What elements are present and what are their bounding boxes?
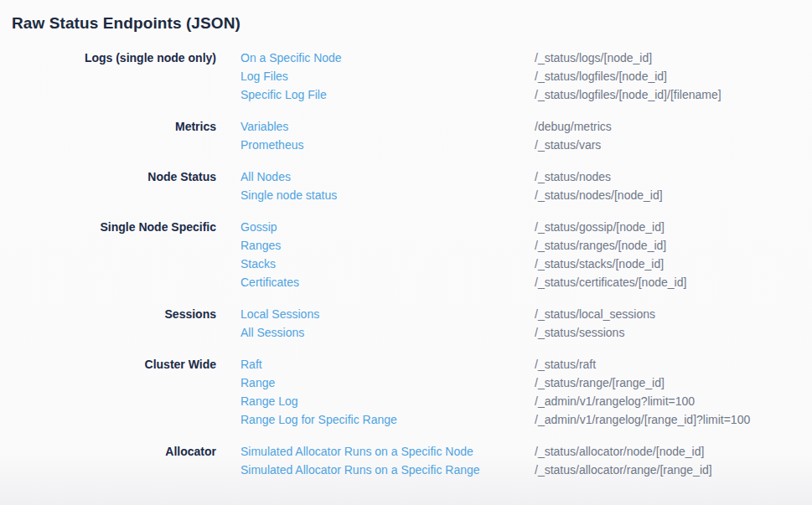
raw-status-endpoints-page: Raw Status Endpoints (JSON) Logs (single… <box>0 0 812 505</box>
section-category-label: Cluster Wide <box>0 355 216 429</box>
section-links: All NodesSingle node status <box>216 167 535 204</box>
endpoint-url: /_admin/v1/rangelog?limit=100 <box>535 392 812 410</box>
endpoint-url: /_status/logfiles/[node_id] <box>535 67 812 85</box>
endpoint-link[interactable]: All Sessions <box>240 323 535 342</box>
endpoint-section: Node Status All NodesSingle node status … <box>0 167 812 204</box>
section-urls: /_status/gossip/[node_id]/_status/ranges… <box>535 218 812 291</box>
section-category-label: Single Node Specific <box>0 218 216 291</box>
endpoint-link[interactable]: Certificates <box>240 273 535 291</box>
endpoint-url: /_admin/v1/rangelog/[range_id]?limit=100 <box>535 410 812 429</box>
endpoint-link[interactable]: Log Files <box>240 67 535 85</box>
section-urls: /_status/nodes/_status/nodes/[node_id] <box>535 167 812 204</box>
endpoint-link[interactable]: Variables <box>240 117 535 136</box>
endpoint-url: /_status/gossip/[node_id] <box>535 218 812 236</box>
endpoint-section: Sessions Local SessionsAll Sessions /_st… <box>0 305 812 342</box>
endpoint-section: Allocator Simulated Allocator Runs on a … <box>0 442 812 479</box>
section-urls: /_status/local_sessions/_status/sessions <box>535 305 812 342</box>
endpoint-url: /_status/range/[range_id] <box>535 374 812 392</box>
endpoint-url: /_status/allocator/node/[node_id] <box>535 442 812 461</box>
endpoint-link[interactable]: Simulated Allocator Runs on a Specific R… <box>240 461 535 479</box>
section-links: GossipRangesStacksCertificates <box>216 218 535 291</box>
section-links: Simulated Allocator Runs on a Specific N… <box>216 442 535 479</box>
endpoint-url: /_status/nodes <box>535 167 812 186</box>
section-category-label: Node Status <box>0 167 216 204</box>
endpoint-section: Metrics VariablesPrometheus /debug/metri… <box>0 117 812 154</box>
endpoints-table: Logs (single node only) On a Specific No… <box>0 49 812 479</box>
endpoint-url: /_status/allocator/range/[range_id] <box>535 461 812 479</box>
endpoint-section: Cluster Wide RaftRangeRange LogRange Log… <box>0 355 812 429</box>
endpoint-section: Logs (single node only) On a Specific No… <box>0 49 812 104</box>
endpoint-link[interactable]: Ranges <box>240 236 535 255</box>
section-category-label: Metrics <box>0 117 216 154</box>
section-links: Local SessionsAll Sessions <box>216 305 535 342</box>
endpoint-link[interactable]: Prometheus <box>240 136 535 154</box>
endpoint-link[interactable]: All Nodes <box>240 167 535 186</box>
endpoint-link[interactable]: Raft <box>240 355 535 374</box>
endpoint-link[interactable]: Single node status <box>240 186 535 204</box>
section-category-label: Sessions <box>0 305 216 342</box>
page-title: Raw Status Endpoints (JSON) <box>0 0 812 35</box>
endpoint-url: /_status/vars <box>535 136 812 154</box>
section-links: RaftRangeRange LogRange Log for Specific… <box>216 355 535 429</box>
section-category-label: Logs (single node only) <box>0 49 216 104</box>
endpoint-url: /_status/logs/[node_id] <box>535 49 812 67</box>
endpoint-link[interactable]: Local Sessions <box>240 305 535 323</box>
section-urls: /_status/logs/[node_id]/_status/logfiles… <box>535 49 812 104</box>
endpoint-url: /_status/nodes/[node_id] <box>535 186 812 204</box>
endpoint-link[interactable]: Range <box>240 374 535 392</box>
endpoint-url: /_status/logfiles/[node_id]/[filename] <box>535 85 812 104</box>
endpoint-url: /_status/certificates/[node_id] <box>535 273 812 291</box>
section-links: VariablesPrometheus <box>216 117 535 154</box>
endpoint-link[interactable]: Stacks <box>240 255 535 273</box>
endpoint-link[interactable]: Gossip <box>240 218 535 236</box>
section-urls: /_status/raft/_status/range/[range_id]/_… <box>535 355 812 429</box>
endpoint-section: Single Node Specific GossipRangesStacksC… <box>0 218 812 291</box>
endpoint-link[interactable]: Range Log <box>240 392 535 410</box>
endpoint-link[interactable]: Simulated Allocator Runs on a Specific N… <box>240 442 535 461</box>
endpoint-link[interactable]: On a Specific Node <box>240 49 535 67</box>
section-urls: /_status/allocator/node/[node_id]/_statu… <box>535 442 812 479</box>
section-links: On a Specific NodeLog FilesSpecific Log … <box>216 49 535 104</box>
endpoint-url: /debug/metrics <box>535 117 812 136</box>
endpoint-url: /_status/raft <box>535 355 812 374</box>
endpoint-url: /_status/ranges/[node_id] <box>535 236 812 255</box>
endpoint-url: /_status/sessions <box>535 323 812 342</box>
section-category-label: Allocator <box>0 442 216 479</box>
endpoint-link[interactable]: Range Log for Specific Range <box>240 410 535 429</box>
endpoint-url: /_status/local_sessions <box>535 305 812 323</box>
section-urls: /debug/metrics/_status/vars <box>535 117 812 154</box>
endpoint-link[interactable]: Specific Log File <box>240 85 535 104</box>
endpoint-url: /_status/stacks/[node_id] <box>535 255 812 273</box>
